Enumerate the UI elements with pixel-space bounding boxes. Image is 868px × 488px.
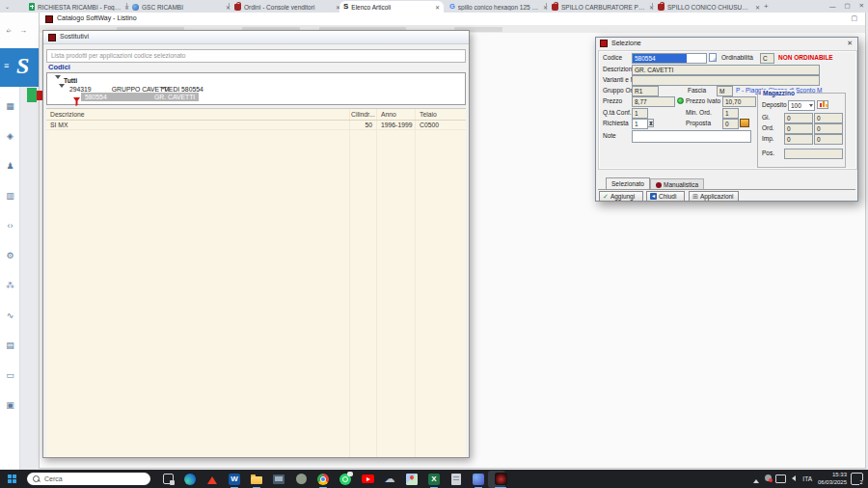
browser-maximize-button[interactable]: ▢ xyxy=(844,2,850,10)
remote-desktop-icon[interactable] xyxy=(271,472,286,487)
hint-bar: Lista prodotti per applicazioni codice s… xyxy=(46,49,466,63)
selezione-titlebar[interactable]: Selezione ✕ xyxy=(596,38,857,49)
richiesta-label: Richiesta xyxy=(603,120,629,126)
whatsapp-icon[interactable] xyxy=(338,472,353,487)
tab-close-icon[interactable]: ✕ xyxy=(755,4,760,11)
photos-icon[interactable] xyxy=(471,472,486,487)
maps-icon[interactable] xyxy=(404,472,420,487)
task-view-icon[interactable] xyxy=(160,472,176,487)
tab-separator xyxy=(652,3,653,10)
cloud-icon[interactable]: ☁ xyxy=(382,472,397,487)
document-icon[interactable] xyxy=(709,53,717,62)
richiesta-spinner[interactable] xyxy=(647,119,654,127)
notepad-icon[interactable] xyxy=(448,472,464,487)
chiudi-button[interactable]: ◂Chiudi xyxy=(646,191,685,202)
aggiungi-button[interactable]: ✓Aggiungi xyxy=(599,191,643,202)
tray-notification-app-icon[interactable] xyxy=(765,474,772,481)
tree-node-selected[interactable]: 580554 GR. CAVETTI xyxy=(81,93,199,101)
ordinabilita-field: C xyxy=(760,53,774,64)
hamburger-icon[interactable]: ≡ xyxy=(4,61,9,70)
softway-app-icon[interactable] xyxy=(493,472,508,487)
magazzino-group: Magazzino Deposito 100 Gi. 0 0 Ord. 0 0 … xyxy=(757,93,846,168)
tab-close-icon[interactable]: ✕ xyxy=(435,4,440,11)
network-display-icon[interactable] xyxy=(775,474,786,483)
catalog-window-title: Catalogo SoftWay - Listino xyxy=(57,14,137,21)
network-icon[interactable]: ⁂ xyxy=(4,281,16,290)
tab-spillo-carburatore[interactable]: SPILLO CARBURATORE PIAGG... ✕ xyxy=(548,1,658,13)
sostitutivi-titlebar[interactable]: Sostitutivi xyxy=(43,31,469,44)
shopping-bag-icon xyxy=(552,4,558,11)
prezzo-label: Prezzo xyxy=(603,97,622,104)
chrome-icon[interactable] xyxy=(315,472,331,487)
catalog-titlebar[interactable]: Catalogo SoftWay - Listino ▢ xyxy=(40,13,865,26)
language-indicator[interactable]: ITA xyxy=(802,475,812,482)
forward-icon[interactable]: → xyxy=(19,26,27,35)
codice-field[interactable]: 580554 xyxy=(632,53,707,64)
tab-selezionato[interactable]: Selezionato xyxy=(606,177,650,189)
globe-icon xyxy=(132,4,139,11)
fascia-label: Fascia xyxy=(688,87,706,94)
codici-label: Codici xyxy=(48,63,70,71)
softway-logo: S xyxy=(16,53,29,79)
tab-search-chevron-icon[interactable]: ⌄ xyxy=(5,3,10,10)
codici-tree: Tutti 294319 GRUPPO CAVETTI *VEDI 580554… xyxy=(46,72,466,105)
browser-close-button[interactable]: ✕ xyxy=(859,2,864,10)
app-gray-icon[interactable] xyxy=(293,472,309,487)
varianti-field xyxy=(632,75,820,86)
acrobat-icon[interactable] xyxy=(204,472,220,487)
tray-overflow-icon[interactable] xyxy=(753,476,759,483)
card-icon[interactable]: ▭ xyxy=(4,370,16,380)
proposta-field: 0 xyxy=(722,119,739,129)
dialog-close-icon[interactable]: ✕ xyxy=(847,40,853,47)
richiesta-field[interactable]: 1 xyxy=(632,119,648,129)
tab-spillo-chiusura[interactable]: SPILLO CONICO CHIUSURA E... ✕ xyxy=(654,1,764,13)
extensions-grid-icon[interactable]: ⁘ xyxy=(6,27,12,35)
warehouse-icon[interactable] xyxy=(740,119,749,127)
stock-chart-button[interactable] xyxy=(817,100,828,109)
chart-line-icon[interactable]: ∿ xyxy=(4,311,16,320)
catalog-maximize-button[interactable]: ▢ xyxy=(851,14,857,22)
shopping-bag-icon xyxy=(658,4,665,11)
tab-richiesta-ricambi[interactable]: RICHIESTA RICAMBI - Fogli Go... ✕ xyxy=(25,1,133,13)
col-descrizione: Descrizione xyxy=(50,111,85,118)
chevron-down-icon[interactable] xyxy=(55,75,61,82)
cart-icon[interactable]: ▣ xyxy=(4,400,16,410)
edge-icon[interactable] xyxy=(182,472,198,487)
chevron-down-icon[interactable] xyxy=(59,84,65,91)
notification-center-icon[interactable]: 2 xyxy=(851,473,863,485)
browser-minimize-button[interactable]: — xyxy=(829,3,836,10)
speaker-icon[interactable] xyxy=(789,475,796,481)
users-icon[interactable]: ♟ xyxy=(4,161,16,171)
code-icon[interactable]: ‹› xyxy=(4,221,16,230)
tab-gsc-ricambi[interactable]: GSC RICAMBI ✕ xyxy=(128,1,234,13)
tab-manualistica[interactable]: Manualistica xyxy=(650,178,704,189)
excel-icon[interactable]: X xyxy=(426,472,442,487)
gear-icon[interactable]: ⚙ xyxy=(4,251,16,260)
min-ord-label: Min. Ord. xyxy=(686,109,712,116)
tree-node-294319[interactable]: 294319 GRUPPO CAVETTI *VEDI 580554 xyxy=(59,84,203,93)
youtube-icon[interactable] xyxy=(360,472,375,487)
kanban-icon[interactable]: ▦ xyxy=(4,101,16,111)
table-row[interactable]: SI MX 50 1996-1999 C0500 xyxy=(46,120,466,130)
col-cilindrata: Cilindr... xyxy=(351,111,375,118)
ordinabilita-label: Ordinabilità xyxy=(721,54,753,61)
clock[interactable]: 15:33 06/03/2025 xyxy=(818,472,847,486)
note-field[interactable] xyxy=(632,130,751,143)
deposito-select[interactable]: 100 xyxy=(788,100,815,111)
file-explorer-icon[interactable] xyxy=(249,472,264,487)
impegnato-field-2: 0 xyxy=(814,134,843,145)
taskbar-search-input[interactable]: Cerca xyxy=(27,473,150,485)
impegnato-field-1: 0 xyxy=(784,134,813,145)
table-icon[interactable]: ▤ xyxy=(4,340,16,350)
new-tab-button[interactable]: + xyxy=(764,2,769,11)
tab-elenco-articoli[interactable]: S Elenco Articoli ✕ xyxy=(339,1,444,13)
tab-ordini[interactable]: Ordini - Console venditori ✕ xyxy=(231,1,344,13)
chart-bar-icon[interactable]: ▥ xyxy=(4,191,16,201)
tab-spillo-conico-search[interactable]: G spillo conico hexagon 125 19... ✕ xyxy=(446,1,552,13)
applicazioni-button[interactable]: ⊞Applicazioni xyxy=(689,191,739,202)
word-icon[interactable]: W xyxy=(227,472,242,487)
tags-icon[interactable]: ◈ xyxy=(4,131,16,141)
prezzo-field: 8,77 xyxy=(632,96,675,107)
tree-node-tutti[interactable]: Tutti xyxy=(55,75,77,84)
tray-time: 15:33 xyxy=(818,472,847,479)
